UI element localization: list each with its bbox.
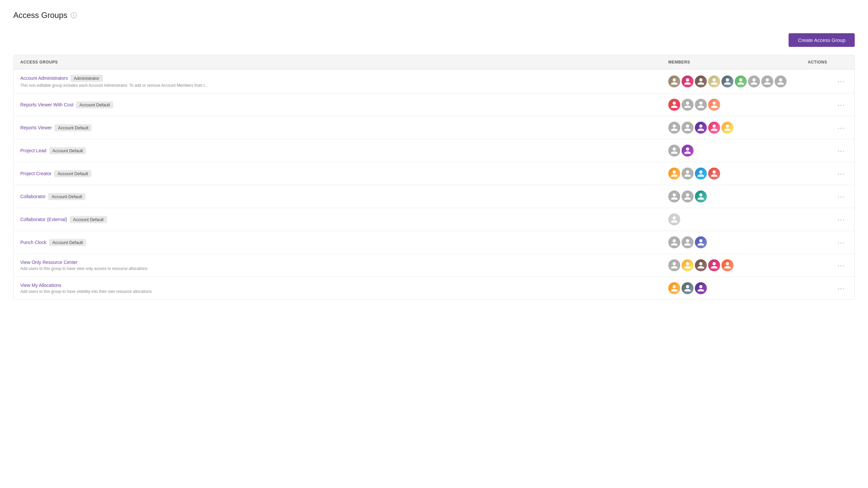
group-name-link[interactable]: Collaborator (External): [20, 217, 67, 222]
group-description: This non-editable group includes each Ac…: [20, 83, 668, 88]
group-name-link[interactable]: View My Allocations: [20, 282, 61, 288]
avatar: [708, 167, 720, 180]
avatar: [695, 99, 707, 111]
table-row: CollaboratorAccount Default ···: [13, 185, 855, 208]
group-name-link[interactable]: Collaborator: [20, 194, 45, 199]
avatar: [668, 167, 680, 180]
avatar: [668, 259, 680, 271]
actions-cell: ···: [808, 76, 848, 86]
avatar: [668, 122, 680, 134]
avatar: [721, 75, 734, 87]
group-info-cell: Project LeadAccount Default: [20, 147, 668, 154]
group-description: Add users to this group to have visibili…: [20, 289, 668, 294]
avatar: [668, 213, 680, 225]
avatar: [721, 122, 734, 134]
avatar: [682, 145, 693, 157]
page-title: Access Groups: [13, 11, 67, 20]
table-row: Reports ViewerAccount Default ···: [13, 116, 855, 139]
avatar: [682, 282, 693, 294]
more-actions-button[interactable]: ···: [835, 191, 848, 202]
members-cell: [668, 259, 808, 271]
create-access-group-button[interactable]: Create Access Group: [788, 33, 855, 47]
avatar: [708, 75, 720, 87]
group-name-link[interactable]: Reports Viewer: [20, 125, 52, 130]
more-actions-button[interactable]: ···: [835, 260, 848, 271]
avatar: [668, 190, 680, 203]
group-info-cell: Punch ClockAccount Default: [20, 239, 668, 246]
avatar: [761, 75, 773, 87]
more-actions-button[interactable]: ···: [835, 214, 848, 225]
members-cell: [668, 122, 808, 134]
members-cell: [668, 99, 808, 111]
avatar: [775, 75, 786, 87]
group-name-link[interactable]: Reports Viewer With Cost: [20, 102, 73, 108]
avatar: [668, 236, 680, 248]
table-row: View Only Resource CenterAdd users to th…: [13, 254, 855, 277]
actions-cell: ···: [808, 214, 848, 225]
actions-cell: ···: [808, 260, 848, 271]
group-badge: Account Default: [70, 216, 107, 223]
group-name-link[interactable]: Punch Clock: [20, 240, 46, 245]
avatar: [682, 190, 693, 203]
members-cell: [668, 145, 808, 157]
group-name-link[interactable]: Project Creator: [20, 171, 52, 176]
page-container: Access Groups i Create Access Group ACCE…: [0, 0, 868, 488]
group-badge: Account Default: [54, 170, 91, 177]
page-header: Access Groups i: [13, 11, 855, 20]
group-name-link[interactable]: View Only Resource Center: [20, 260, 78, 265]
group-info-cell: CollaboratorAccount Default: [20, 193, 668, 200]
avatar: [682, 236, 693, 248]
actions-cell: ···: [808, 283, 848, 294]
table-row: Reports Viewer With CostAccount Default …: [13, 93, 855, 116]
group-badge: Account Default: [49, 239, 86, 246]
avatar: [748, 75, 760, 87]
members-cell: [668, 75, 808, 87]
avatar: [708, 259, 720, 271]
members-cell: [668, 190, 808, 203]
members-cell: [668, 213, 808, 225]
more-actions-button[interactable]: ···: [835, 237, 848, 248]
actions-cell: ···: [808, 237, 848, 248]
group-info-cell: Reports ViewerAccount Default: [20, 124, 668, 131]
group-info-cell: Project CreatorAccount Default: [20, 170, 668, 177]
table-header: ACCESS GROUPS MEMBERS ACTIONS: [13, 55, 855, 69]
table-row: Project LeadAccount Default ···: [13, 139, 855, 162]
avatar: [695, 190, 707, 203]
group-description: Add users to this group to have view onl…: [20, 266, 668, 271]
access-groups-table: ACCESS GROUPS MEMBERS ACTIONS Account Ad…: [13, 55, 855, 300]
table-row: Project CreatorAccount Default ···: [13, 162, 855, 185]
more-actions-button[interactable]: ···: [835, 146, 848, 156]
avatar: [695, 282, 707, 294]
group-info-cell: Account AdministratorsAdministratorThis …: [20, 75, 668, 88]
group-badge: Administrator: [70, 75, 103, 82]
group-badge: Account Default: [48, 193, 85, 200]
avatar: [682, 259, 693, 271]
members-cell: [668, 167, 808, 180]
avatar: [695, 236, 707, 248]
avatar: [708, 122, 720, 134]
more-actions-button[interactable]: ···: [835, 283, 848, 294]
avatar: [708, 99, 720, 111]
actions-cell: ···: [808, 169, 848, 179]
info-icon[interactable]: i: [71, 12, 77, 18]
group-badge: Account Default: [49, 147, 86, 154]
avatar: [668, 75, 680, 87]
actions-cell: ···: [808, 146, 848, 156]
group-info-cell: Reports Viewer With CostAccount Default: [20, 101, 668, 109]
actions-cell: ···: [808, 123, 848, 133]
members-cell: [668, 282, 808, 294]
toolbar: Create Access Group: [13, 33, 855, 47]
avatar: [695, 122, 707, 134]
more-actions-button[interactable]: ···: [835, 76, 848, 86]
avatar: [695, 167, 707, 180]
header-groups: ACCESS GROUPS: [20, 60, 668, 64]
table-row: Account AdministratorsAdministratorThis …: [13, 69, 855, 93]
more-actions-button[interactable]: ···: [835, 123, 848, 133]
avatar: [668, 145, 680, 157]
avatar: [695, 75, 707, 87]
more-actions-button[interactable]: ···: [835, 100, 848, 110]
group-name-link[interactable]: Project Lead: [20, 148, 46, 153]
group-name-link[interactable]: Account Administrators: [20, 75, 68, 81]
more-actions-button[interactable]: ···: [835, 169, 848, 179]
avatar: [682, 122, 693, 134]
